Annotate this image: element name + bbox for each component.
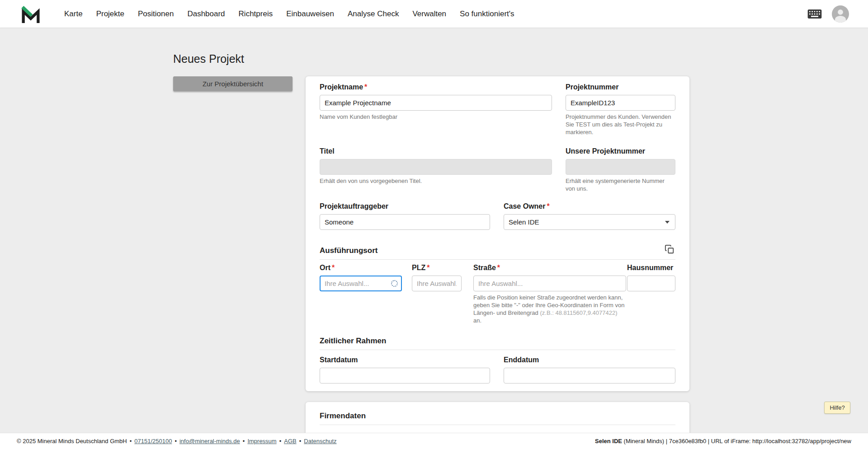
enddatum-input[interactable]	[504, 368, 675, 384]
case-owner-select[interactable]: Selen IDE	[504, 214, 675, 230]
session-details: (Mineral Minds) | 7ce360e83fb0 | URL of …	[622, 438, 851, 444]
footer: © 2025 Mineral Minds Deutschland GmbH • …	[0, 433, 868, 449]
spinner-icon	[391, 280, 398, 287]
separator: •	[299, 438, 302, 444]
nav-item-richtpreis[interactable]: Richtpreis	[239, 9, 273, 19]
projektname-field: Projektname* Name vom Kunden festlegbar	[320, 83, 552, 121]
required-asterisk: *	[547, 202, 549, 210]
phone-link[interactable]: 07151/250100	[134, 438, 172, 444]
strasse-helper: Falls die Position keiner Straße zugeord…	[473, 294, 626, 325]
nav-item-einbauweisen[interactable]: Einbauweisen	[286, 9, 334, 19]
case-owner-label: Case Owner*	[504, 202, 675, 211]
titel-field: Titel Erhält den von uns vorgegebenen Ti…	[320, 147, 552, 185]
projektauftraggeber-label: Projektauftraggeber	[320, 202, 490, 211]
nav-item-so-funktionierts[interactable]: So funktioniert's	[460, 9, 514, 19]
projektauftraggeber-input[interactable]	[320, 214, 490, 230]
titel-label: Titel	[320, 147, 552, 156]
projektauftraggeber-field: Projektauftraggeber	[320, 202, 490, 230]
nav-right-actions	[807, 0, 849, 28]
logo-icon	[21, 5, 41, 23]
zeitlicher-rahmen-section: Zeitlicher Rahmen	[320, 336, 675, 350]
required-asterisk: *	[364, 83, 367, 91]
projektnummer-input[interactable]	[566, 95, 675, 111]
project-form-card: Projektname* Name vom Kunden festlegbar …	[306, 76, 689, 391]
nav-item-karte[interactable]: Karte	[64, 9, 83, 19]
separator: •	[279, 438, 282, 444]
required-asterisk: *	[497, 264, 500, 271]
session-user: Selen IDE	[595, 438, 622, 444]
strasse-label: Straße*	[473, 263, 626, 272]
case-owner-value: Selen IDE	[509, 218, 539, 226]
keyboard-icon[interactable]	[807, 9, 822, 19]
help-button[interactable]: Hilfe?	[824, 402, 850, 414]
impressum-link[interactable]: Impressum	[247, 438, 276, 444]
nav-menu: Karte Projekte Positionen Dashboard Rich…	[64, 9, 514, 19]
unsere-projektnummer-label: Unsere Projektnummer	[566, 147, 675, 156]
ort-field: Ort*	[320, 263, 402, 291]
ort-label: Ort*	[320, 263, 402, 272]
hausnummer-input[interactable]	[627, 276, 675, 291]
session-info: Selen IDE (Mineral Minds) | 7ce360e83fb0…	[595, 438, 851, 444]
projektnummer-field: Projektnummer Projektnummer des Kunden. …	[566, 83, 675, 136]
projektnummer-helper: Projektnummer des Kunden. Verwenden Sie …	[566, 113, 675, 136]
footer-left: © 2025 Mineral Minds Deutschland GmbH • …	[17, 438, 337, 444]
separator: •	[175, 438, 177, 444]
plz-label: PLZ*	[412, 263, 462, 272]
copy-location-button[interactable]	[664, 243, 675, 257]
separator: •	[130, 438, 132, 444]
plz-field: PLZ*	[412, 263, 462, 291]
nav-item-verwalten[interactable]: Verwalten	[412, 9, 446, 19]
ausfuehrungsort-section-title: Ausführungsort	[320, 246, 377, 256]
nav-item-positionen[interactable]: Positionen	[138, 9, 174, 19]
projektname-input[interactable]	[320, 95, 552, 111]
unsere-projektnummer-field: Unsere Projektnummer Erhält eine systemg…	[566, 147, 675, 193]
mineral-minds-logo[interactable]	[21, 5, 41, 23]
hausnummer-field: Hausnummer	[627, 263, 675, 291]
projektnummer-label: Projektnummer	[566, 83, 675, 92]
top-navbar: Karte Projekte Positionen Dashboard Rich…	[0, 0, 868, 28]
zur-projektuebersicht-button[interactable]: Zur Projektübersicht	[173, 76, 292, 91]
required-asterisk: *	[427, 264, 429, 271]
firmendaten-section: Firmendaten	[320, 411, 675, 425]
hausnummer-label: Hausnummer	[627, 263, 675, 272]
plz-input[interactable]	[412, 276, 462, 291]
enddatum-field: Enddatum	[504, 355, 675, 384]
case-owner-field: Case Owner* Selen IDE	[504, 202, 675, 230]
projektname-helper: Name vom Kunden festlegbar	[320, 113, 552, 121]
unsere-projektnummer-helper: Erhält eine systemgenerierte Nummer von …	[566, 178, 675, 193]
content-copy-icon	[665, 244, 675, 254]
separator: •	[243, 438, 245, 444]
titel-helper: Erhält den von uns vorgegebenen Titel.	[320, 178, 552, 185]
nav-item-projekte[interactable]: Projekte	[96, 9, 124, 19]
page-title: Neues Projekt	[173, 52, 244, 65]
caret-down-icon	[665, 221, 670, 224]
nav-item-analyse-check[interactable]: Analyse Check	[348, 9, 399, 19]
startdatum-label: Startdatum	[320, 355, 490, 365]
titel-input	[320, 159, 552, 175]
email-link[interactable]: info@mineral-minds.de	[179, 438, 240, 444]
enddatum-label: Enddatum	[504, 355, 675, 365]
zeitlicher-rahmen-section-title: Zeitlicher Rahmen	[320, 336, 386, 346]
account-circle-icon[interactable]	[832, 5, 849, 23]
agb-link[interactable]: AGB	[284, 438, 296, 444]
nav-item-dashboard[interactable]: Dashboard	[187, 9, 225, 19]
copyright-text: © 2025 Mineral Minds Deutschland GmbH	[17, 438, 127, 444]
projektname-label: Projektname*	[320, 83, 552, 92]
strasse-field: Straße* Falls die Position keiner Straße…	[473, 263, 626, 325]
startdatum-input[interactable]	[320, 368, 490, 384]
firmendaten-section-title: Firmendaten	[320, 411, 366, 421]
datenschutz-link[interactable]: Datenschutz	[304, 438, 336, 444]
required-asterisk: *	[332, 264, 335, 271]
strasse-input[interactable]	[473, 276, 626, 291]
ort-input[interactable]	[320, 276, 402, 291]
startdatum-field: Startdatum	[320, 355, 490, 384]
unsere-projektnummer-input	[566, 159, 675, 175]
ausfuehrungsort-section: Ausführungsort	[320, 243, 675, 260]
